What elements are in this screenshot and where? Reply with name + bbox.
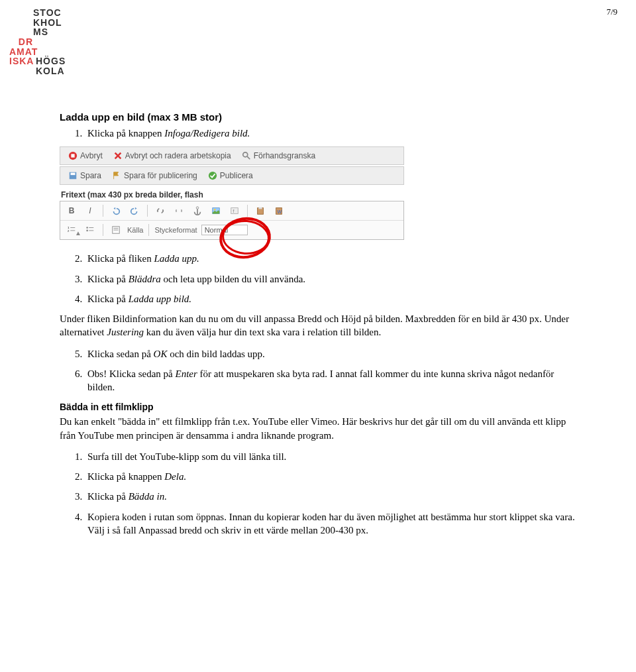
undo-button[interactable]: [109, 203, 123, 218]
svg-line-3: [247, 156, 250, 159]
unlink-button[interactable]: [172, 203, 186, 218]
image-icon: [211, 206, 221, 215]
source-label: Källa: [127, 226, 143, 234]
embed-intro-paragraph: Du kan enkelt "bädda in" ett filmklipp f…: [60, 415, 576, 442]
expand-arrow-icon: ▲: [75, 229, 81, 237]
heading-upload-image: Ladda upp en bild (max 3 MB stor): [60, 111, 576, 123]
clipboard-w-icon: W: [274, 206, 284, 215]
unlink-icon: [174, 206, 184, 215]
heading-embed-video: Bädda in ett filmklipp: [60, 402, 576, 412]
embed-step-2: Klicka på knappen Dela.: [85, 470, 576, 483]
page-number: 7/9: [606, 7, 617, 17]
styckeformat-label: Styckeformat: [154, 226, 197, 234]
embed-step-1: Surfa till det YouTube-klipp som du vill…: [85, 450, 576, 463]
svg-text:f: f: [233, 209, 234, 213]
save-for-publish-button[interactable]: Spara för publicering: [108, 170, 201, 182]
svg-point-6: [209, 172, 217, 180]
embed-step-3: Klicka på Bädda in.: [85, 490, 576, 503]
bullet-list-button[interactable]: [83, 223, 97, 237]
svg-point-10: [214, 209, 216, 211]
italic-button[interactable]: I: [83, 203, 97, 218]
svg-text:W: W: [277, 209, 282, 214]
source-icon: [111, 225, 121, 235]
magnifier-icon: [242, 151, 251, 160]
step-1: Klicka på knappen Infoga/Redigera bild.: [85, 127, 576, 140]
flag-icon: [112, 171, 121, 180]
x-icon: [113, 151, 123, 160]
source-button[interactable]: [109, 223, 123, 237]
step-4: Klicka på Ladda upp bild.: [85, 292, 576, 306]
svg-point-2: [242, 152, 247, 157]
image-button[interactable]: [209, 203, 223, 218]
svg-rect-14: [258, 207, 262, 209]
bildinformation-paragraph: Under fliken Bildinformation kan du nu o…: [60, 312, 576, 339]
link-button[interactable]: [153, 203, 168, 218]
svg-rect-11: [231, 208, 238, 214]
svg-point-22: [86, 230, 88, 232]
publish-button[interactable]: Publicera: [204, 170, 257, 182]
anchor-button[interactable]: [190, 203, 205, 218]
save-button[interactable]: Spara: [64, 170, 105, 182]
step-2: Klicka på fliken Ladda upp.: [85, 252, 576, 265]
svg-point-21: [86, 227, 88, 229]
fritext-label: Fritext (max 430 px breda bilder, flash: [61, 190, 404, 199]
flash-icon: f: [230, 206, 239, 215]
preview-button[interactable]: Förhandsgranska: [238, 150, 319, 162]
svg-text:2: 2: [68, 229, 70, 233]
clipboard-icon: [256, 206, 265, 215]
logo: STOC KHOL MS DR AMAT ISKA HÖGS KOLA: [9, 8, 66, 76]
embed-step-4: Kopiera koden i rutan som öppnas. Innan …: [85, 510, 576, 537]
step-6: Obs! Klicka sedan på Enter för att muspe…: [85, 367, 576, 394]
svg-rect-1: [71, 154, 74, 158]
link-icon: [156, 206, 165, 215]
abort-button[interactable]: Avbryt: [64, 150, 107, 162]
paste-button[interactable]: [253, 203, 268, 218]
redo-button[interactable]: [127, 203, 142, 218]
editor-toolbar-screenshot: Avbryt Avbryt och radera arbetskopia För…: [60, 146, 404, 240]
step-3: Klicka på Bläddra och leta upp bilden du…: [85, 272, 576, 286]
svg-point-7: [196, 207, 199, 209]
abort-delete-button[interactable]: Avbryt och radera arbetskopia: [109, 150, 235, 162]
bold-button[interactable]: B: [64, 203, 79, 218]
stop-icon: [68, 151, 78, 160]
check-icon: [208, 171, 217, 180]
ul-icon: [85, 225, 95, 235]
redo-icon: [130, 206, 139, 215]
step-5: Klicka sedan på OK och din bild laddas u…: [85, 347, 576, 361]
undo-icon: [111, 206, 121, 215]
svg-rect-5: [71, 173, 76, 176]
paste-word-button[interactable]: W: [272, 203, 286, 218]
anchor-icon: [193, 206, 202, 215]
flash-button[interactable]: f: [227, 203, 242, 218]
floppy-icon: [68, 171, 78, 180]
